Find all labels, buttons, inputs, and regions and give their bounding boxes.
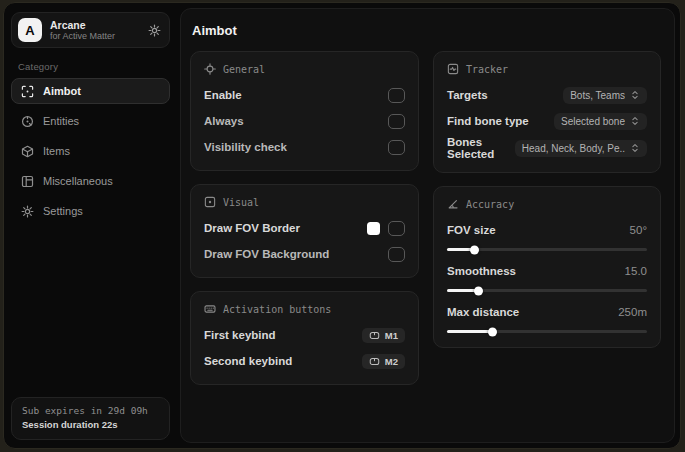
activation-card: Activation buttons First keybind M1: [190, 291, 419, 385]
setting-row-second-keybind: Second keybind M2: [204, 350, 405, 372]
subscription-status: Sub expires in 29d 09h Session duration …: [11, 397, 170, 441]
slider-thumb[interactable]: [470, 245, 479, 254]
setting-row-max-distance: Max distance 250m: [447, 301, 647, 333]
unfold-icon: [630, 143, 640, 153]
section-title: Tracker: [466, 64, 508, 75]
section-title: General: [223, 64, 265, 75]
sidebar-item-items[interactable]: Items: [11, 138, 170, 164]
general-card: General Enable Always Visibility check: [190, 51, 419, 171]
sidebar: A Arcane for Active Matter Category: [4, 3, 177, 448]
sidebar-nav: Aimbot Entities: [11, 78, 170, 224]
setting-row-fov-border: Draw FOV Border: [204, 217, 405, 239]
category-label: Category: [18, 61, 170, 72]
setting-row-visibility-check: Visibility check: [204, 136, 405, 158]
bones-selected-dropdown[interactable]: Head, Neck, Body, Pe..: [515, 140, 647, 157]
sidebar-item-aimbot[interactable]: Aimbot: [11, 78, 170, 104]
gear-icon: [21, 205, 34, 218]
gear-icon[interactable]: [148, 24, 161, 37]
setting-row-always: Always: [204, 110, 405, 132]
second-keybind-button[interactable]: M2: [362, 354, 405, 369]
max-distance-slider[interactable]: [447, 330, 647, 333]
setting-row-fov-size: FOV size 50°: [447, 219, 647, 251]
keyboard-icon: [204, 303, 216, 315]
app-window: A Arcane for Active Matter Category: [3, 2, 681, 449]
sidebar-item-label: Aimbot: [43, 85, 81, 97]
visibility-check-checkbox[interactable]: [388, 140, 405, 155]
unfold-icon: [630, 116, 640, 126]
cube-icon: [21, 145, 34, 158]
fov-border-color-swatch[interactable]: [367, 222, 380, 235]
mouse-icon: [369, 356, 380, 367]
app-title: Arcane: [50, 19, 140, 31]
unfold-icon: [630, 90, 640, 100]
setting-row-first-keybind: First keybind M1: [204, 324, 405, 346]
setting-row-fov-background: Draw FOV Background: [204, 243, 405, 265]
sidebar-item-settings[interactable]: Settings: [11, 198, 170, 224]
smoothness-slider[interactable]: [447, 289, 647, 292]
radar-icon: [21, 115, 34, 128]
targets-dropdown[interactable]: Bots, Teams: [563, 87, 647, 104]
sidebar-item-label: Items: [43, 145, 70, 157]
sidebar-item-miscellaneous[interactable]: Miscellaneous: [11, 168, 170, 194]
sidebar-item-entities[interactable]: Entities: [11, 108, 170, 134]
mouse-icon: [369, 330, 380, 341]
section-title: Accuracy: [466, 199, 514, 210]
visual-card: Visual Draw FOV Border Draw FOV Backgrou…: [190, 184, 419, 278]
page-title: Aimbot: [192, 23, 661, 38]
first-keybind-button[interactable]: M1: [362, 328, 405, 343]
fov-border-checkbox[interactable]: [388, 221, 405, 236]
fov-size-slider[interactable]: [447, 248, 647, 251]
section-title: Activation buttons: [223, 304, 331, 315]
sidebar-item-label: Miscellaneous: [43, 175, 113, 187]
slider-thumb[interactable]: [488, 327, 497, 336]
always-checkbox[interactable]: [388, 114, 405, 129]
fov-background-checkbox[interactable]: [388, 247, 405, 262]
section-title: Visual: [223, 197, 259, 208]
setting-row-targets: Targets Bots, Teams: [447, 84, 647, 106]
smoothness-value: 15.0: [625, 265, 647, 277]
scan-icon: [21, 85, 34, 98]
max-distance-value: 250m: [618, 306, 647, 318]
layout-icon: [21, 175, 34, 188]
session-duration-text: Session duration 22s: [22, 418, 159, 432]
setting-row-bones-selected: Bones Selected Head, Neck, Body, Pe..: [447, 136, 647, 160]
app-subtitle: for Active Matter: [50, 31, 140, 41]
crosshair-icon: [204, 63, 216, 75]
slider-thumb[interactable]: [474, 286, 483, 295]
sidebar-item-label: Entities: [43, 115, 79, 127]
setting-row-enable: Enable: [204, 84, 405, 106]
tracker-card: Tracker Targets Bots, Teams: [433, 51, 661, 173]
setting-row-smoothness: Smoothness 15.0: [447, 260, 647, 292]
sub-expires-text: Sub expires in 29d 09h: [22, 404, 159, 418]
pulse-icon: [447, 63, 459, 75]
sidebar-item-label: Settings: [43, 205, 83, 217]
main-panel: Aimbot General Enable: [180, 8, 675, 443]
find-bone-type-dropdown[interactable]: Selected bone: [554, 113, 647, 130]
accuracy-card: Accuracy FOV size 50°: [433, 186, 661, 348]
setting-row-find-bone-type: Find bone type Selected bone: [447, 110, 647, 132]
enable-checkbox[interactable]: [388, 88, 405, 103]
frame-icon: [204, 196, 216, 208]
angle-icon: [447, 198, 459, 210]
fov-size-value: 50°: [630, 224, 647, 236]
app-logo: A: [18, 18, 42, 42]
profile-card: A Arcane for Active Matter: [11, 12, 170, 48]
